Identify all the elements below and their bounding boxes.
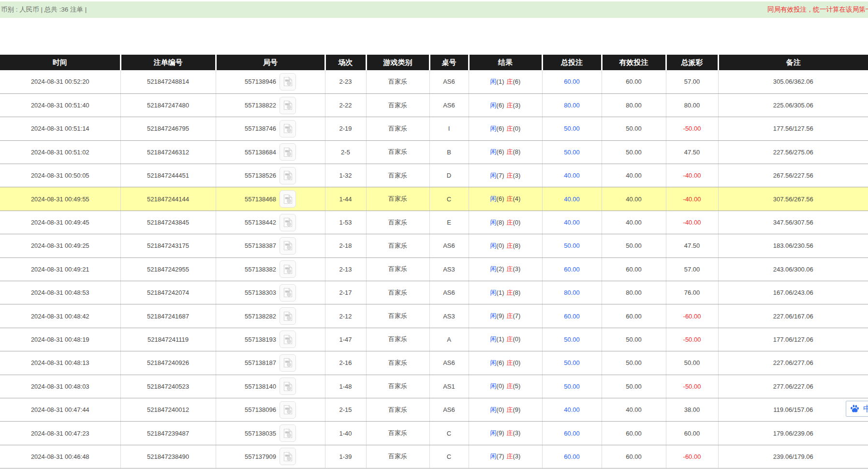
cell-game-type: 百家乐 xyxy=(366,211,429,234)
video-replay-button[interactable] xyxy=(280,284,296,302)
table-row: 2024-08-31 00:51:40 521847247480 5571388… xyxy=(0,93,868,117)
video-replay-button[interactable] xyxy=(280,214,296,231)
film-document-icon xyxy=(283,311,293,321)
cell-valid-bet: 40.00 xyxy=(602,187,666,211)
player-result-score: (9) xyxy=(497,429,504,437)
cell-table-id: AS6 xyxy=(429,234,469,257)
cell-payout: -60.00 xyxy=(666,304,718,328)
cell-total-bet[interactable]: 60.00 xyxy=(542,304,602,328)
cell-bet-id: 521847240926 xyxy=(120,351,216,375)
player-result-score: (6) xyxy=(497,195,504,202)
video-replay-button[interactable] xyxy=(280,378,296,395)
summary-bar: 币别 : 人民币 | 总共 :36 注单 | 同局有效投注，统一计算在该局第一张 xyxy=(0,1,868,18)
cell-remark: 225.06/305.06 xyxy=(718,93,868,117)
film-document-icon xyxy=(283,147,293,157)
cell-total-bet[interactable]: 80.00 xyxy=(542,281,602,304)
player-result-label: 闲 xyxy=(490,335,497,343)
table-row: 2024-08-31 00:49:21 521847242955 5571383… xyxy=(0,257,868,281)
video-replay-button[interactable] xyxy=(280,424,296,442)
video-replay-button[interactable] xyxy=(280,401,296,419)
cell-total-bet[interactable]: 40.00 xyxy=(542,398,602,421)
cell-total-bet[interactable]: 40.00 xyxy=(542,187,602,211)
cell-time: 2024-08-31 00:46:48 xyxy=(0,445,120,468)
cell-remark: 177.56/127.56 xyxy=(718,117,868,140)
cell-time: 2024-08-31 00:47:44 xyxy=(0,398,120,421)
cell-table-id: C xyxy=(429,422,469,445)
cell-remark: 183.06/230.56 xyxy=(718,234,868,257)
table-row: 2024-08-31 00:51:14 521847246795 5571387… xyxy=(0,117,868,140)
cell-total-bet[interactable]: 50.00 xyxy=(542,140,602,164)
cell-bet-id: 521847243845 xyxy=(120,211,216,234)
player-result-label: 闲 xyxy=(490,312,497,319)
video-replay-button[interactable] xyxy=(280,167,296,184)
round-id-value: 557138387 xyxy=(245,242,276,249)
cell-valid-bet: 80.00 xyxy=(602,281,666,304)
cell-time: 2024-08-31 00:48:13 xyxy=(0,351,120,375)
cell-time: 2024-08-31 00:48:42 xyxy=(0,304,120,328)
banker-result-label: 庄 xyxy=(507,289,513,296)
cell-total-bet[interactable]: 40.00 xyxy=(542,164,602,187)
video-replay-button[interactable] xyxy=(280,143,296,161)
cell-total-bet[interactable]: 50.00 xyxy=(542,117,602,140)
col-header-result: 结果 xyxy=(469,55,542,70)
cell-remark: 227.06/277.06 xyxy=(718,351,868,375)
player-result-score: (2) xyxy=(497,265,504,272)
player-result-label: 闲 xyxy=(490,382,497,390)
video-replay-button[interactable] xyxy=(280,97,296,114)
round-id-value: 557138442 xyxy=(245,219,276,226)
cell-round-id: 557138193 xyxy=(216,328,325,351)
col-header-round-id: 局号 xyxy=(216,55,325,70)
video-replay-button[interactable] xyxy=(280,260,296,278)
cell-total-bet[interactable]: 50.00 xyxy=(542,234,602,257)
cell-total-bet[interactable]: 50.00 xyxy=(542,375,602,398)
cell-table-id: C xyxy=(429,187,469,211)
cell-result: 闲(6)庄(0) xyxy=(469,351,542,375)
cell-time: 2024-08-31 00:49:55 xyxy=(0,187,120,211)
cell-round-id: 557137909 xyxy=(216,445,325,468)
player-result-label: 闲 xyxy=(490,148,497,155)
cell-total-bet[interactable]: 80.00 xyxy=(542,93,602,117)
video-replay-button[interactable] xyxy=(280,354,296,372)
video-replay-button[interactable] xyxy=(280,448,296,465)
cell-time: 2024-08-31 00:48:03 xyxy=(0,375,120,398)
cell-game-type: 百家乐 xyxy=(366,164,429,187)
video-replay-button[interactable] xyxy=(280,120,296,137)
film-document-icon xyxy=(283,76,293,87)
cell-valid-bet: 50.00 xyxy=(602,140,666,164)
cell-total-bet[interactable]: 40.00 xyxy=(542,211,602,234)
banker-result-label: 庄 xyxy=(507,382,513,390)
cell-valid-bet: 40.00 xyxy=(602,164,666,187)
cell-total-bet[interactable]: 60.00 xyxy=(542,422,602,445)
table-row: 2024-08-31 00:49:45 521847243845 5571384… xyxy=(0,211,868,234)
cell-valid-bet: 60.00 xyxy=(602,304,666,328)
cell-result: 闲(7)庄(3) xyxy=(469,164,542,187)
cell-game-type: 百家乐 xyxy=(366,234,429,257)
table-row: 2024-08-31 00:48:13 521847240926 5571381… xyxy=(0,351,868,375)
video-replay-button[interactable] xyxy=(280,237,296,255)
player-result-score: (0) xyxy=(497,406,504,413)
banker-result-score: (0) xyxy=(513,359,521,366)
cell-bet-id: 521847243175 xyxy=(120,234,216,257)
cell-bet-id: 521847238490 xyxy=(120,445,216,468)
video-replay-button[interactable] xyxy=(280,331,296,348)
film-document-icon xyxy=(283,334,293,345)
cell-round-id: 557138526 xyxy=(216,164,325,187)
translate-widget[interactable]: 中 xyxy=(846,401,868,417)
cell-total-bet[interactable]: 60.00 xyxy=(542,445,602,468)
cell-bet-id: 521847246312 xyxy=(120,140,216,164)
cell-table-id: AS6 xyxy=(429,281,469,304)
cell-total-bet[interactable]: 50.00 xyxy=(542,328,602,351)
cell-game-type: 百家乐 xyxy=(366,398,429,421)
banker-result-label: 庄 xyxy=(507,335,513,343)
cell-session: 2-12 xyxy=(325,304,366,328)
cell-table-id: E xyxy=(429,211,469,234)
cell-total-bet[interactable]: 60.00 xyxy=(542,70,602,93)
video-replay-button[interactable] xyxy=(280,73,296,91)
video-replay-button[interactable] xyxy=(280,307,296,325)
cell-round-id: 557138282 xyxy=(216,304,325,328)
cell-total-bet[interactable]: 50.00 xyxy=(542,351,602,375)
film-document-icon xyxy=(283,100,293,110)
round-id-value: 557138303 xyxy=(245,289,276,296)
cell-total-bet[interactable]: 60.00 xyxy=(542,257,602,281)
video-replay-button[interactable] xyxy=(280,190,296,208)
